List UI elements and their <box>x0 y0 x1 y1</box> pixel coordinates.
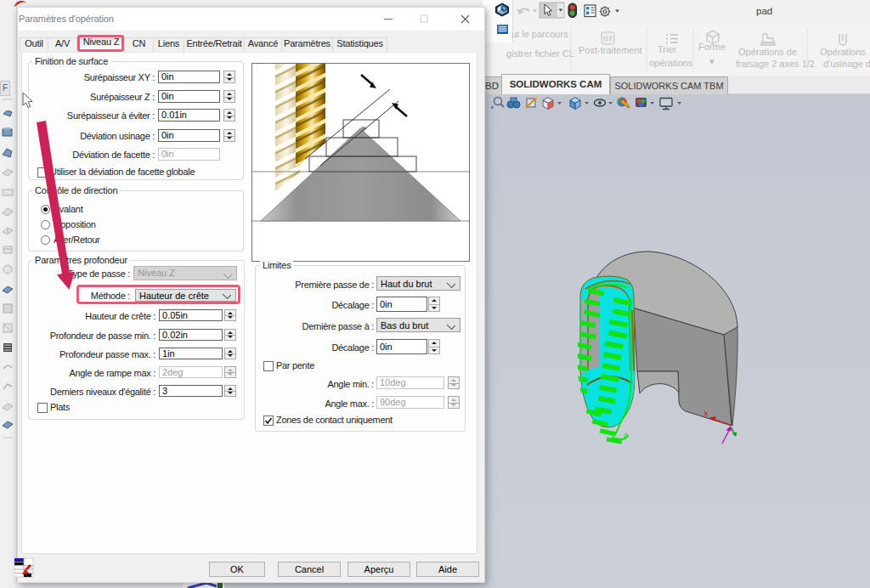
svg-text:X: X <box>703 410 709 418</box>
svg-text:GT: GT <box>603 35 613 42</box>
svg-text:pad: pad <box>756 6 772 16</box>
